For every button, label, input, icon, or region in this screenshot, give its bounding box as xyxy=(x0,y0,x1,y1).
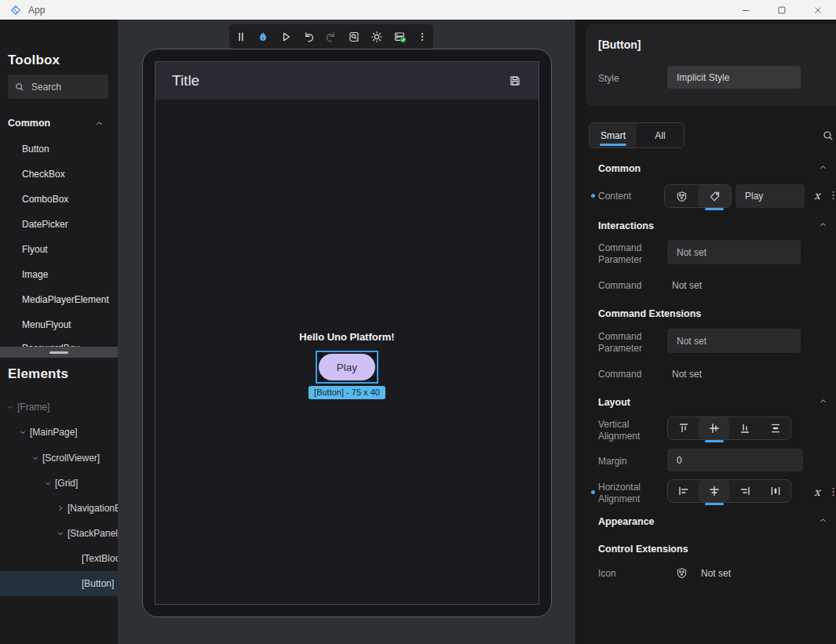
section-interactions: Interactions xyxy=(598,220,654,231)
redo-icon[interactable] xyxy=(325,31,338,43)
toolbox-item-button[interactable]: Button xyxy=(0,138,118,160)
selection-handle[interactable] xyxy=(317,377,323,382)
tree-item-frame[interactable]: [Frame] xyxy=(0,395,118,420)
chevron-down-icon[interactable] xyxy=(6,403,14,411)
toolbox-item-checkbox[interactable]: CheckBox xyxy=(0,163,118,185)
align-right-button[interactable] xyxy=(729,480,760,502)
tree-item-navigationbar[interactable]: [NavigationE xyxy=(0,496,118,521)
left-panel: Toolbox Common Button CheckBox ComboBox … xyxy=(0,20,118,644)
chevron-up-icon[interactable] xyxy=(819,397,827,406)
chevron-up-icon[interactable] xyxy=(819,516,827,525)
selection-handle[interactable] xyxy=(371,352,377,358)
canvas-play-button[interactable]: Play xyxy=(319,354,375,380)
tree-item-scrollviewer[interactable]: [ScrollViewer] xyxy=(0,446,118,471)
command-parameter-label: Command Parameter xyxy=(598,242,664,266)
more-options-icon[interactable]: ⋮ xyxy=(828,189,836,201)
selection-handle[interactable] xyxy=(371,377,377,382)
chevron-down-icon[interactable] xyxy=(31,454,39,462)
app-navigation-bar[interactable]: Title xyxy=(155,62,538,100)
chevron-down-icon[interactable] xyxy=(19,428,27,436)
toolbox-search[interactable] xyxy=(8,75,108,99)
command-parameter-input[interactable]: Not set xyxy=(667,329,801,353)
modified-dot xyxy=(591,194,595,198)
resource-shield-icon xyxy=(676,191,688,202)
theme-sun-icon[interactable] xyxy=(371,31,383,43)
literal-value-button[interactable] xyxy=(698,185,731,207)
maximize-button[interactable] xyxy=(764,0,800,20)
toolbox-item-image[interactable]: Image xyxy=(0,264,118,286)
properties-tabs: Smart All xyxy=(589,122,684,148)
chevron-right-icon[interactable] xyxy=(57,504,64,512)
tree-item-textblock[interactable]: [TextBloc xyxy=(0,546,118,571)
device-screen[interactable]: Title Hello Uno Platform! Play [Button] … xyxy=(155,61,539,605)
content-input[interactable]: Play xyxy=(736,184,805,208)
resource-shield-icon[interactable] xyxy=(676,567,688,579)
icon-label: Icon xyxy=(598,568,664,580)
greeting-textblock[interactable]: Hello Uno Platform! xyxy=(155,331,538,343)
tab-all[interactable]: All xyxy=(637,123,684,147)
vertical-alignment-label: Vertical Alignment xyxy=(598,419,664,442)
margin-label: Margin xyxy=(598,456,664,468)
chevron-up-icon[interactable] xyxy=(819,220,827,229)
designer-toolbar xyxy=(229,24,433,49)
toolbox-item-flyout[interactable]: Flyout xyxy=(0,238,118,260)
window-titlebar: App xyxy=(0,0,836,20)
resource-binding-button[interactable] xyxy=(665,185,698,207)
chevron-up-icon[interactable] xyxy=(95,119,104,128)
drag-handle-icon[interactable] xyxy=(235,31,246,43)
align-bottom-button[interactable] xyxy=(729,417,760,439)
play-icon[interactable] xyxy=(279,31,292,43)
align-hcenter-button[interactable] xyxy=(699,480,729,502)
selected-segment-underline xyxy=(705,208,724,210)
chevron-down-icon[interactable] xyxy=(57,529,64,537)
toolbox-search-input[interactable] xyxy=(31,82,94,93)
align-top-button[interactable] xyxy=(668,417,699,439)
tree-item-grid[interactable]: [Grid] xyxy=(0,471,118,496)
icon-value[interactable]: Not set xyxy=(701,568,731,579)
undo-icon[interactable] xyxy=(302,31,315,43)
toolbox-group-common[interactable]: Common xyxy=(0,113,118,133)
content-label: Content xyxy=(598,191,664,202)
toolbox-item-datepicker[interactable]: DatePicker xyxy=(0,213,118,235)
margin-input[interactable]: 0 xyxy=(667,449,803,471)
minimize-button[interactable] xyxy=(728,0,764,20)
save-icon[interactable] xyxy=(509,75,521,87)
command-parameter-input[interactable]: Not set xyxy=(667,240,801,264)
align-vcenter-button[interactable] xyxy=(699,417,729,439)
tree-item-mainpage[interactable]: [MainPage] xyxy=(0,420,118,445)
more-options-icon[interactable] xyxy=(417,31,428,43)
section-common: Common xyxy=(598,163,641,174)
command-value[interactable]: Not set xyxy=(672,369,702,380)
chevron-down-icon[interactable] xyxy=(44,479,52,487)
properties-panel: [Button] Style Implicit Style Smart All … xyxy=(575,20,836,644)
selected-segment-underline xyxy=(705,503,724,505)
toolbox-item-mediaplayerelement[interactable]: MediaPlayerElement xyxy=(0,289,118,311)
splitter-handle-icon xyxy=(49,351,68,354)
command-value[interactable]: Not set xyxy=(672,280,702,291)
toolbox-item-combobox[interactable]: ComboBox xyxy=(0,188,118,210)
align-right-icon xyxy=(739,485,751,497)
design-canvas[interactable]: Title Hello Uno Platform! Play [Button] … xyxy=(118,20,575,644)
close-button[interactable] xyxy=(800,0,836,20)
tab-smart[interactable]: Smart xyxy=(590,123,637,147)
style-input[interactable]: Implicit Style xyxy=(667,66,801,89)
xaml-markup-icon[interactable]: x xyxy=(814,486,820,498)
inspect-element-icon[interactable] xyxy=(348,31,360,43)
align-hstretch-button[interactable] xyxy=(760,480,790,502)
panel-splitter[interactable] xyxy=(0,347,118,358)
xaml-markup-icon[interactable]: x xyxy=(814,189,820,202)
align-left-button[interactable] xyxy=(668,480,699,502)
chevron-up-icon[interactable] xyxy=(819,163,827,172)
selection-handle[interactable] xyxy=(317,352,323,358)
style-label: Style xyxy=(598,73,619,84)
more-options-icon[interactable]: ⋮ xyxy=(828,486,836,497)
toolbox-item-menuflyout[interactable]: MenuFlyout xyxy=(0,314,118,336)
hot-reload-flame-icon[interactable] xyxy=(257,31,269,43)
tree-item-stackpanel[interactable]: [StackPanel] xyxy=(0,521,118,546)
align-hstretch-icon xyxy=(769,485,782,497)
server-status-icon[interactable] xyxy=(393,31,407,43)
align-vstretch-button[interactable] xyxy=(760,417,790,439)
properties-search-icon[interactable] xyxy=(822,129,834,142)
tree-item-button-selected[interactable]: [Button] xyxy=(0,571,118,596)
vertical-alignment-toggle xyxy=(667,417,791,440)
